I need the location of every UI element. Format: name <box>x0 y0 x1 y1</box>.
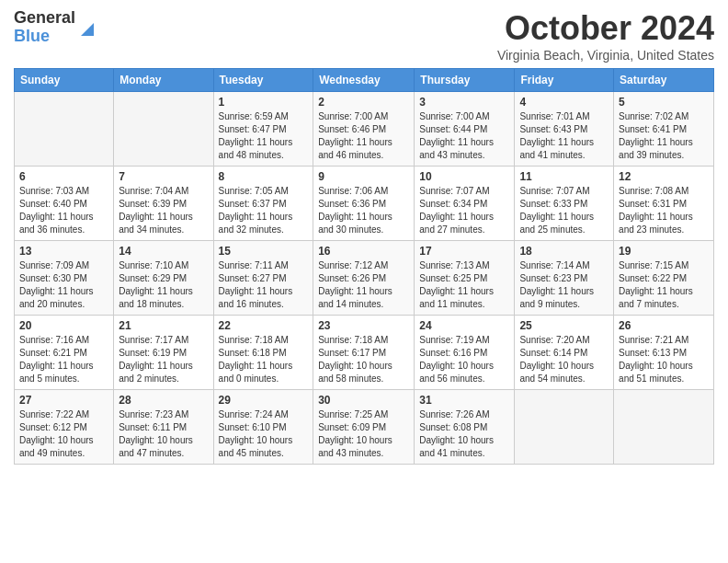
day-info: Sunrise: 7:17 AMSunset: 6:19 PMDaylight:… <box>119 334 208 385</box>
day-number: 10 <box>419 170 509 183</box>
calendar-cell: 31Sunrise: 7:26 AMSunset: 6:08 PMDayligh… <box>415 390 515 465</box>
calendar-cell: 7Sunrise: 7:04 AMSunset: 6:39 PMDaylight… <box>114 167 213 241</box>
day-number: 15 <box>219 245 309 258</box>
day-number: 6 <box>19 170 108 183</box>
day-info: Sunrise: 7:04 AMSunset: 6:39 PMDaylight:… <box>119 185 208 236</box>
calendar-cell <box>15 92 114 167</box>
day-info: Sunrise: 7:26 AMSunset: 6:08 PMDaylight:… <box>419 408 509 460</box>
day-number: 18 <box>519 245 609 258</box>
calendar-cell: 9Sunrise: 7:06 AMSunset: 6:36 PMDaylight… <box>313 167 415 241</box>
calendar-cell: 22Sunrise: 7:18 AMSunset: 6:18 PMDayligh… <box>213 316 313 390</box>
logo-blue: Blue <box>14 28 75 46</box>
day-info: Sunrise: 7:09 AMSunset: 6:30 PMDaylight:… <box>19 259 108 311</box>
day-number: 27 <box>19 394 108 407</box>
day-info: Sunrise: 7:08 AMSunset: 6:31 PMDaylight:… <box>619 185 709 236</box>
day-number: 2 <box>318 96 409 109</box>
day-info: Sunrise: 7:00 AMSunset: 6:46 PMDaylight:… <box>318 110 409 162</box>
calendar-cell: 17Sunrise: 7:13 AMSunset: 6:25 PMDayligh… <box>415 241 515 316</box>
day-number: 7 <box>119 170 208 183</box>
calendar-cell: 14Sunrise: 7:10 AMSunset: 6:29 PMDayligh… <box>114 241 213 316</box>
day-info: Sunrise: 7:23 AMSunset: 6:11 PMDaylight:… <box>119 408 208 460</box>
calendar-cell: 18Sunrise: 7:14 AMSunset: 6:23 PMDayligh… <box>515 241 614 316</box>
day-number: 22 <box>219 319 309 332</box>
day-info: Sunrise: 7:07 AMSunset: 6:34 PMDaylight:… <box>419 185 509 236</box>
day-info: Sunrise: 7:19 AMSunset: 6:16 PMDaylight:… <box>419 334 509 385</box>
calendar-cell: 24Sunrise: 7:19 AMSunset: 6:16 PMDayligh… <box>415 316 515 390</box>
calendar-week-2: 13Sunrise: 7:09 AMSunset: 6:30 PMDayligh… <box>15 241 714 316</box>
location: Virginia Beach, Virginia, United States <box>497 48 714 63</box>
calendar-header-row: Sunday Monday Tuesday Wednesday Thursday… <box>15 69 714 92</box>
calendar-cell: 23Sunrise: 7:18 AMSunset: 6:17 PMDayligh… <box>313 316 415 390</box>
calendar-cell: 26Sunrise: 7:21 AMSunset: 6:13 PMDayligh… <box>614 316 714 390</box>
day-number: 21 <box>119 319 208 332</box>
calendar-cell: 20Sunrise: 7:16 AMSunset: 6:21 PMDayligh… <box>15 316 114 390</box>
calendar-cell: 3Sunrise: 7:00 AMSunset: 6:44 PMDaylight… <box>415 92 515 167</box>
day-number: 28 <box>119 394 208 407</box>
day-info: Sunrise: 7:10 AMSunset: 6:29 PMDaylight:… <box>119 259 208 311</box>
day-number: 4 <box>519 96 609 109</box>
logo: General Blue <box>14 9 97 46</box>
day-info: Sunrise: 7:21 AMSunset: 6:13 PMDaylight:… <box>619 334 709 385</box>
calendar-cell <box>515 390 614 465</box>
calendar-cell: 16Sunrise: 7:12 AMSunset: 6:26 PMDayligh… <box>313 241 415 316</box>
svg-marker-0 <box>81 23 94 36</box>
calendar-cell <box>114 92 213 167</box>
day-info: Sunrise: 6:59 AMSunset: 6:47 PMDaylight:… <box>219 110 309 162</box>
day-info: Sunrise: 7:02 AMSunset: 6:41 PMDaylight:… <box>619 110 709 162</box>
title-section: October 2024 Virginia Beach, Virginia, U… <box>497 9 714 63</box>
day-number: 25 <box>519 319 609 332</box>
day-number: 3 <box>419 96 509 109</box>
logo-general: General <box>14 9 75 28</box>
day-number: 11 <box>519 170 609 183</box>
day-info: Sunrise: 7:16 AMSunset: 6:21 PMDaylight:… <box>19 334 108 385</box>
day-info: Sunrise: 7:18 AMSunset: 6:18 PMDaylight:… <box>219 334 309 385</box>
day-info: Sunrise: 7:18 AMSunset: 6:17 PMDaylight:… <box>318 334 409 385</box>
day-info: Sunrise: 7:13 AMSunset: 6:25 PMDaylight:… <box>419 259 509 311</box>
day-info: Sunrise: 7:07 AMSunset: 6:33 PMDaylight:… <box>519 185 609 236</box>
calendar-cell: 25Sunrise: 7:20 AMSunset: 6:14 PMDayligh… <box>515 316 614 390</box>
calendar-cell: 5Sunrise: 7:02 AMSunset: 6:41 PMDaylight… <box>614 92 714 167</box>
calendar-week-3: 20Sunrise: 7:16 AMSunset: 6:21 PMDayligh… <box>15 316 714 390</box>
col-friday: Friday <box>515 69 614 92</box>
day-number: 13 <box>19 245 108 258</box>
calendar-cell: 28Sunrise: 7:23 AMSunset: 6:11 PMDayligh… <box>114 390 213 465</box>
calendar-cell: 29Sunrise: 7:24 AMSunset: 6:10 PMDayligh… <box>213 390 313 465</box>
day-info: Sunrise: 7:11 AMSunset: 6:27 PMDaylight:… <box>219 259 309 311</box>
day-number: 20 <box>19 319 108 332</box>
day-number: 12 <box>619 170 709 183</box>
day-info: Sunrise: 7:14 AMSunset: 6:23 PMDaylight:… <box>519 259 609 311</box>
day-number: 23 <box>318 319 409 332</box>
day-number: 8 <box>219 170 309 183</box>
calendar-cell: 21Sunrise: 7:17 AMSunset: 6:19 PMDayligh… <box>114 316 213 390</box>
day-info: Sunrise: 7:06 AMSunset: 6:36 PMDaylight:… <box>318 185 409 236</box>
calendar-cell: 6Sunrise: 7:03 AMSunset: 6:40 PMDaylight… <box>15 167 114 241</box>
day-number: 30 <box>318 394 409 407</box>
day-number: 31 <box>419 394 509 407</box>
calendar-cell: 27Sunrise: 7:22 AMSunset: 6:12 PMDayligh… <box>15 390 114 465</box>
day-info: Sunrise: 7:24 AMSunset: 6:10 PMDaylight:… <box>219 408 309 460</box>
day-number: 26 <box>619 319 709 332</box>
day-number: 1 <box>219 96 309 109</box>
calendar-cell <box>614 390 714 465</box>
col-tuesday: Tuesday <box>213 69 313 92</box>
logo-icon <box>77 19 97 40</box>
calendar-cell: 2Sunrise: 7:00 AMSunset: 6:46 PMDaylight… <box>313 92 415 167</box>
day-number: 9 <box>318 170 409 183</box>
calendar-cell: 4Sunrise: 7:01 AMSunset: 6:43 PMDaylight… <box>515 92 614 167</box>
calendar-cell: 8Sunrise: 7:05 AMSunset: 6:37 PMDaylight… <box>213 167 313 241</box>
calendar-cell: 1Sunrise: 6:59 AMSunset: 6:47 PMDaylight… <box>213 92 313 167</box>
col-monday: Monday <box>114 69 213 92</box>
col-saturday: Saturday <box>614 69 714 92</box>
day-info: Sunrise: 7:01 AMSunset: 6:43 PMDaylight:… <box>519 110 609 162</box>
day-info: Sunrise: 7:22 AMSunset: 6:12 PMDaylight:… <box>19 408 108 460</box>
day-number: 17 <box>419 245 509 258</box>
col-wednesday: Wednesday <box>313 69 415 92</box>
day-number: 5 <box>619 96 709 109</box>
col-thursday: Thursday <box>415 69 515 92</box>
col-sunday: Sunday <box>15 69 114 92</box>
day-info: Sunrise: 7:03 AMSunset: 6:40 PMDaylight:… <box>19 185 108 236</box>
day-number: 16 <box>318 245 409 258</box>
calendar-cell: 10Sunrise: 7:07 AMSunset: 6:34 PMDayligh… <box>415 167 515 241</box>
day-number: 29 <box>219 394 309 407</box>
calendar-cell: 11Sunrise: 7:07 AMSunset: 6:33 PMDayligh… <box>515 167 614 241</box>
